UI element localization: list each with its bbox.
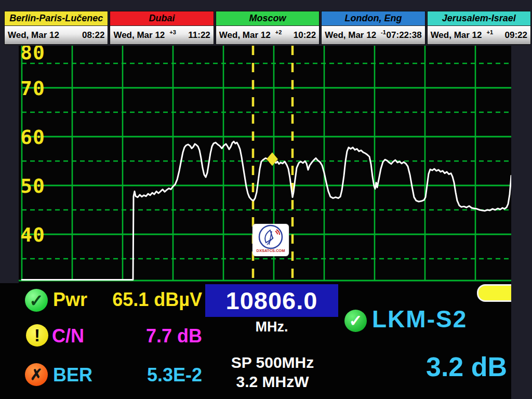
clock-panel-3: MoscowWed, Mar 12+210:22 (216, 11, 320, 45)
cn-warning-icon: ! (26, 324, 48, 347)
dxsatcs-watermark: DXSATCS.COM (252, 224, 289, 256)
watermark-text: DXSATCS.COM (257, 248, 285, 253)
clock-date: Wed, Mar 12 (219, 30, 271, 41)
clock-date: Wed, Mar 12 (8, 30, 59, 41)
clock-time-row: Wed, Mar 12+210:22 (216, 26, 319, 44)
pwr-value: 65.1 dBµV (78, 290, 202, 310)
clock-time-row: Wed, Mar 12+311:22 (110, 26, 213, 44)
clock-time-row: Wed, Mar 1208:22 (5, 26, 108, 44)
clock-city-label: Dubai (110, 11, 213, 26)
ber-value: 5.3E-2 (78, 365, 202, 385)
frequency-unit: MHz. (220, 319, 324, 335)
clock-date: Wed, Mar 12 (113, 30, 165, 41)
cn-value: 7.7 dB (78, 326, 202, 346)
link-margin-value: 3.2 dB (426, 352, 507, 381)
world-clock-bar: Berlin-Paris-LučenecWed, Mar 1208:22Duba… (4, 11, 531, 45)
ytick-label-40: 40 (20, 223, 45, 246)
ytick-label-50: 50 (20, 175, 45, 197)
status-pill-indicator (477, 284, 511, 302)
tuning-marker-diamond[interactable] (267, 152, 278, 166)
ytick-label-80: 80 (20, 46, 45, 64)
clock-time: 08:22 (82, 30, 104, 41)
clock-time: 10:22 (294, 30, 316, 41)
clock-time: 07:22:38 (387, 30, 422, 41)
clock-panel-4: London, EngWed, Mar 12-107:22:38 (321, 11, 425, 45)
frequency-value: 10806.0 (226, 286, 318, 315)
satellite-dish-logo-icon (256, 224, 286, 250)
clock-time-row: Wed, Mar 12+109:22 (428, 26, 530, 44)
clock-time-row: Wed, Mar 12-107:22:38 (322, 26, 424, 44)
readings-panel: ✓ Pwr 65.1 dBµV ! C/N 7.7 dB ✗ BER 5.3E-… (0, 283, 511, 399)
clock-city-label: Berlin-Paris-Lučenec (5, 11, 108, 26)
span-value: SP 500MHz (209, 353, 336, 372)
clock-date: Wed, Mar 12 (325, 30, 376, 41)
clock-utc-offset: +3 (169, 29, 176, 35)
standard-label: LKM-S2 (372, 307, 467, 331)
clock-time: 09:22 (505, 30, 527, 41)
clock-panel-1: Berlin-Paris-LučenecWed, Mar 1208:22 (4, 11, 108, 45)
clock-date: Wed, Mar 12 (431, 30, 482, 41)
clock-city-label: London, Eng (322, 11, 424, 26)
clock-panel-5: Jerusalem-IsraelWed, Mar 12+109:22 (427, 11, 531, 45)
span-info: SP 500MHz 3.2 MHzW (209, 353, 336, 391)
ber-cross-icon: ✗ (25, 363, 48, 386)
spectrum-plot: 8070605040 DXSATCS.COM (19, 46, 511, 283)
clock-utc-offset: +1 (487, 29, 494, 35)
clock-city-label: Moscow (216, 11, 319, 26)
bandwidth-value: 3.2 MHzW (209, 372, 336, 391)
clock-panel-2: DubaiWed, Mar 12+311:22 (110, 11, 214, 45)
ytick-label-70: 70 (20, 77, 45, 100)
clock-city-label: Jerusalem-Israel (428, 11, 530, 26)
clock-time: 11:22 (188, 30, 210, 41)
standard-check-icon: ✓ (344, 310, 367, 332)
clock-utc-offset: -1 (381, 29, 386, 35)
frequency-display[interactable]: 10806.0 (205, 284, 338, 317)
pwr-check-icon: ✓ (25, 289, 48, 312)
ytick-label-60: 60 (20, 126, 45, 149)
clock-utc-offset: +2 (275, 29, 282, 35)
